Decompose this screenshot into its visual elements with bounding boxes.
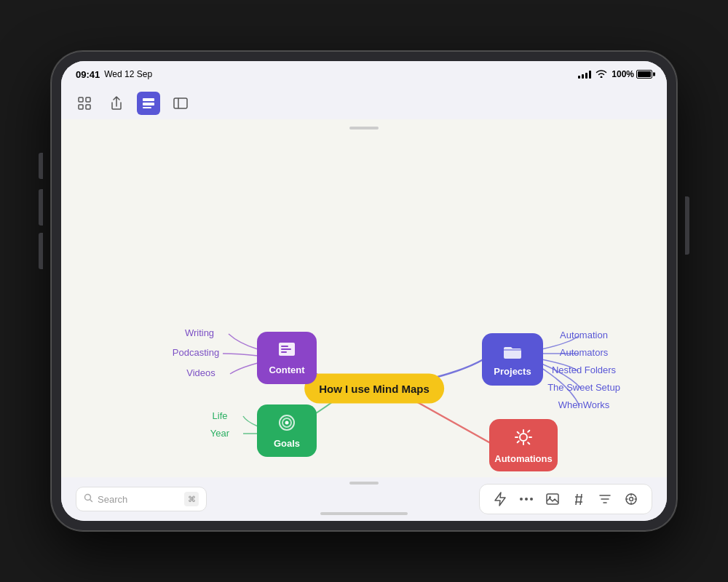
leaf-year[interactable]: Year	[210, 428, 229, 439]
leaf-sweet-setup[interactable]: The Sweet Setup	[547, 382, 620, 393]
leaf-whenworks[interactable]: WhenWorks	[558, 399, 610, 410]
svg-point-28	[630, 498, 633, 501]
svg-rect-4	[143, 98, 154, 101]
leaf-automation[interactable]: Automation	[560, 330, 608, 340]
goals-node[interactable]: Goals	[257, 404, 317, 457]
leaf-podcasting[interactable]: Podcasting	[173, 347, 219, 358]
screen: 09:41 Wed 12 Sep 1	[61, 61, 667, 521]
leaf-life[interactable]: Life	[213, 410, 228, 421]
leaf-nested-folders[interactable]: Nested Folders	[552, 364, 616, 375]
settings-tool[interactable]	[621, 489, 641, 509]
svg-rect-0	[79, 97, 83, 102]
leaf-automators[interactable]: Automators	[560, 347, 608, 358]
status-right: 100%	[578, 69, 652, 80]
search-placeholder: Search	[98, 494, 180, 505]
leaf-writing[interactable]: Writing	[185, 327, 214, 338]
grid-view-button[interactable]	[73, 92, 96, 115]
battery-icon	[636, 70, 652, 79]
svg-rect-10	[281, 346, 288, 347]
svg-rect-12	[281, 351, 287, 353]
content-node[interactable]: Content	[257, 332, 317, 384]
svg-rect-6	[143, 107, 151, 108]
svg-point-16	[520, 434, 527, 441]
toolbar	[61, 87, 667, 119]
svg-rect-5	[143, 103, 154, 105]
hashtag-tool[interactable]	[569, 489, 589, 509]
ipad-device: 09:41 Wed 12 Sep 1	[51, 51, 677, 531]
svg-point-15	[285, 420, 289, 424]
svg-rect-11	[281, 348, 291, 350]
search-shortcut: ⌘	[184, 492, 199, 506]
svg-rect-1	[86, 97, 90, 102]
status-bar: 09:41 Wed 12 Sep 1	[61, 61, 667, 87]
battery-indicator: 100%	[612, 69, 652, 79]
svg-line-26	[580, 494, 582, 505]
status-date: Wed 12 Sep	[104, 69, 152, 79]
search-box[interactable]: Search ⌘	[76, 487, 207, 511]
leaf-videos[interactable]: Videos	[186, 367, 215, 378]
svg-line-25	[576, 494, 577, 505]
volume-up-button[interactable]	[39, 153, 43, 179]
center-node[interactable]: How I use Mind Maps	[304, 374, 444, 404]
lightning-tool[interactable]	[490, 489, 510, 509]
svg-rect-2	[79, 105, 83, 109]
projects-icon	[502, 343, 523, 363]
bottom-tools	[479, 484, 652, 514]
bottom-bar: Search ⌘	[61, 477, 667, 521]
automations-node[interactable]: Automations	[489, 419, 558, 471]
goals-icon	[277, 413, 297, 435]
share-button[interactable]	[105, 92, 128, 115]
image-tool[interactable]	[542, 489, 563, 509]
svg-point-18	[520, 498, 523, 501]
filter-tool[interactable]	[595, 489, 615, 509]
mind-map-canvas[interactable]: How I use Mind Maps Content	[61, 119, 667, 477]
status-time: 09:41	[76, 69, 100, 80]
connection-lines	[61, 119, 667, 477]
mute-button[interactable]	[39, 233, 43, 269]
power-button[interactable]	[685, 196, 689, 255]
signal-icon	[578, 70, 591, 79]
more-tool[interactable]	[516, 489, 537, 509]
sidebar-button[interactable]	[169, 92, 192, 115]
svg-point-19	[525, 498, 528, 501]
svg-rect-7	[174, 98, 187, 108]
search-icon	[84, 493, 93, 505]
volume-down-button[interactable]	[39, 189, 43, 226]
scroll-indicator-bottom	[349, 482, 379, 485]
home-indicator	[320, 512, 408, 515]
svg-rect-3	[86, 105, 90, 109]
wifi-icon	[596, 69, 607, 80]
automations-icon	[513, 427, 534, 450]
svg-point-20	[530, 498, 533, 501]
list-view-button[interactable]	[137, 92, 160, 115]
projects-node[interactable]: Projects	[482, 333, 543, 386]
content-icon	[277, 341, 296, 362]
